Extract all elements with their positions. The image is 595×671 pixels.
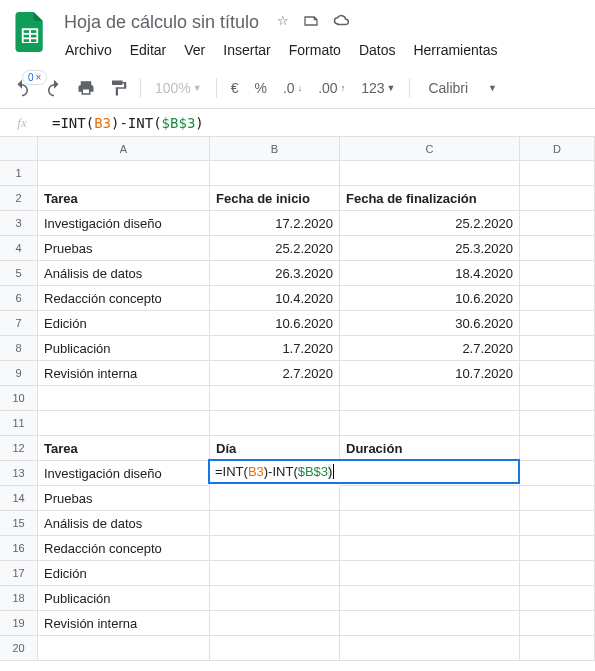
cell[interactable] [210,161,340,186]
menu-formato[interactable]: Formato [282,38,348,62]
cell[interactable]: Análisis de datos [38,511,210,536]
cell-editing[interactable]: =INT(B3)-INT($B$3) [210,461,340,486]
cell[interactable] [210,511,340,536]
cell[interactable] [520,336,595,361]
cell[interactable] [520,161,595,186]
cell[interactable]: 2.7.2020 [340,336,520,361]
cell[interactable]: Publicación [38,586,210,611]
cell[interactable]: Tarea [38,186,210,211]
menu-editar[interactable]: Editar [123,38,174,62]
cell[interactable]: 10.6.2020 [340,286,520,311]
col-header[interactable]: C [340,137,520,161]
cell[interactable] [520,361,595,386]
menu-datos[interactable]: Datos [352,38,403,62]
cell[interactable] [520,611,595,636]
print-button[interactable] [72,74,100,102]
percent-button[interactable]: % [249,80,273,96]
cell[interactable]: Investigación diseño [38,211,210,236]
cell[interactable]: 10.6.2020 [210,311,340,336]
row-header[interactable]: 16 [0,536,38,561]
cell[interactable] [520,636,595,661]
row-header[interactable]: 8 [0,336,38,361]
row-header[interactable]: 13 [0,461,38,486]
cell[interactable]: Publicación [38,336,210,361]
cell[interactable] [520,186,595,211]
menu-archivo[interactable]: Archivo [58,38,119,62]
cell[interactable] [38,636,210,661]
cell[interactable] [520,561,595,586]
cell[interactable] [38,161,210,186]
cell[interactable]: Revisión interna [38,611,210,636]
cell[interactable] [340,561,520,586]
cell[interactable] [340,161,520,186]
select-all-corner[interactable] [0,137,38,161]
menu-ver[interactable]: Ver [177,38,212,62]
cell[interactable]: 2.7.2020 [210,361,340,386]
cell[interactable] [520,386,595,411]
cell[interactable] [520,436,595,461]
cell[interactable]: Edición [38,561,210,586]
cell[interactable] [210,586,340,611]
col-header[interactable]: B [210,137,340,161]
cell[interactable] [520,461,595,486]
row-header[interactable]: 6 [0,286,38,311]
col-header[interactable]: D [520,137,595,161]
row-header[interactable]: 2 [0,186,38,211]
col-header[interactable]: A [38,137,210,161]
row-header[interactable]: 18 [0,586,38,611]
cell[interactable]: Redacción concepto [38,536,210,561]
row-header[interactable]: 17 [0,561,38,586]
row-header[interactable]: 12 [0,436,38,461]
cell[interactable] [340,511,520,536]
row-header[interactable]: 10 [0,386,38,411]
cell[interactable] [520,236,595,261]
cell[interactable]: 26.3.2020 [210,261,340,286]
cell[interactable] [38,386,210,411]
row-header[interactable]: 11 [0,411,38,436]
row-header[interactable]: 14 [0,486,38,511]
cell[interactable] [340,586,520,611]
cell[interactable] [38,411,210,436]
cell[interactable]: 1.7.2020 [210,336,340,361]
cell[interactable] [210,536,340,561]
zoom-select[interactable]: 100% ▼ [149,80,208,96]
sheets-logo[interactable] [12,8,48,56]
cell[interactable]: Revisión interna [38,361,210,386]
cell[interactable]: Fecha de finalización [340,186,520,211]
row-header[interactable]: 7 [0,311,38,336]
formula-input[interactable]: =INT(B3)-INT($B$3) [44,111,595,135]
row-header[interactable]: 9 [0,361,38,386]
cell[interactable]: 10.7.2020 [340,361,520,386]
cell[interactable]: Edición [38,311,210,336]
cell[interactable]: Análisis de datos [38,261,210,286]
cell[interactable] [340,486,520,511]
cell[interactable] [520,511,595,536]
cell[interactable] [340,411,520,436]
cell[interactable] [210,636,340,661]
star-icon[interactable]: ☆ [277,13,289,32]
currency-button[interactable]: € [225,80,245,96]
cell[interactable]: 25.2.2020 [340,211,520,236]
cell[interactable] [210,386,340,411]
cell[interactable] [210,611,340,636]
cell[interactable]: Duración [340,436,520,461]
cloud-icon[interactable] [333,13,351,32]
cell[interactable] [340,611,520,636]
cell[interactable]: 25.3.2020 [340,236,520,261]
cell[interactable] [520,211,595,236]
paint-format-button[interactable] [104,74,132,102]
row-header[interactable]: 19 [0,611,38,636]
row-header[interactable]: 15 [0,511,38,536]
cell[interactable]: 25.2.2020 [210,236,340,261]
number-format-select[interactable]: 123 ▼ [355,80,401,96]
increase-decimal-button[interactable]: .00↑ [312,80,351,96]
cell[interactable] [210,411,340,436]
cell[interactable]: Fecha de inicio [210,186,340,211]
cell[interactable] [340,386,520,411]
row-header[interactable]: 4 [0,236,38,261]
cell[interactable] [520,586,595,611]
cell[interactable] [520,311,595,336]
row-header[interactable]: 1 [0,161,38,186]
cell[interactable]: 10.4.2020 [210,286,340,311]
cell[interactable]: 18.4.2020 [340,261,520,286]
